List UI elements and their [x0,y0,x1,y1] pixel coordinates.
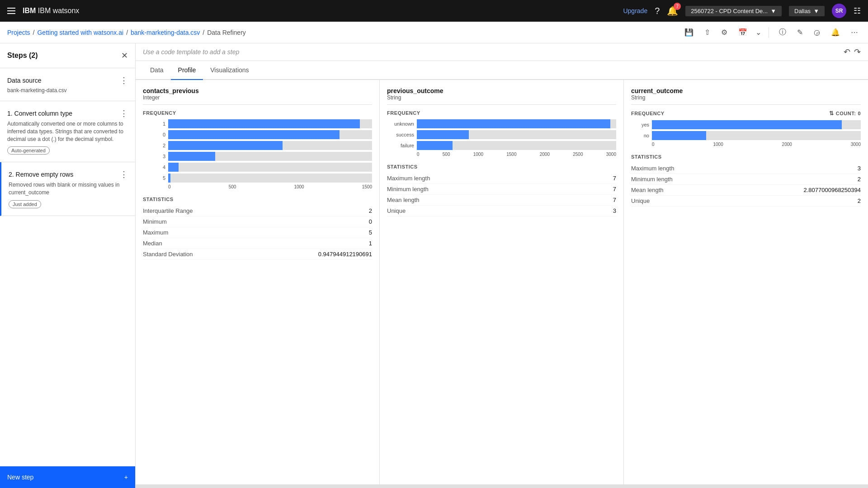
horizontal-scrollbar[interactable] [136,484,868,488]
region-selector[interactable]: Dallas ▼ [789,6,825,16]
ds-header: Data source ⋮ [7,75,128,85]
col-0-statistics: STATISTICS Interquartile Range 2 Minimum… [143,197,372,260]
bar-label: 2 [143,143,165,148]
hamburger-menu[interactable] [7,8,15,14]
upgrade-link[interactable]: Upgrade [623,7,647,14]
code-template-bar: Use a code template to add a step ↶ ↷ [136,43,868,61]
step-1-menu-button[interactable]: ⋮ [120,108,128,118]
notifications-bc-icon[interactable]: 🔔 [828,25,843,39]
tab-profile[interactable]: Profile [171,61,203,80]
bar-wrap [168,174,372,183]
close-sidebar-button[interactable]: ✕ [121,51,128,61]
undo-button[interactable]: ↶ [844,47,850,57]
app-grid-icon[interactable]: ☷ [854,6,861,16]
step-1-name: 1. Convert column type [7,110,72,117]
profile-col-1: previous_outcome String FREQUENCY unknow… [380,80,624,484]
stat-row: Maximum 5 [143,227,372,238]
step-2-menu-button[interactable]: ⋮ [120,169,128,179]
schedule-icon[interactable]: 📅 [736,25,750,39]
step-item-2[interactable]: 2. Remove empty rows ⋮ Removed rows with… [0,162,135,216]
main-layout: Steps (2) ✕ Data source ⋮ bank-marketing… [0,43,868,488]
tab-visualizations[interactable]: Visualizations [203,61,256,80]
col-2-frequency: FREQUENCY ⇅ Count: 0 yes no [631,110,861,147]
step-item-1[interactable]: 1. Convert column type ⋮ Automatically c… [0,101,135,162]
bar-label: 5 [143,175,165,181]
new-step-button[interactable]: New step + [0,466,135,488]
bar-row: 1 [143,119,372,128]
bar-row: 3 [143,152,372,161]
breadcrumb-sep3: / [203,29,204,36]
edit-icon[interactable]: ✎ [794,25,806,39]
step-2-name: 2. Remove empty rows [9,171,73,178]
environment-label: 2560722 - CPD Content De... [691,8,768,14]
profile-col-2: current_outcome String FREQUENCY ⇅ Count… [624,80,868,484]
data-source-menu-button[interactable]: ⋮ [120,75,128,85]
col-1-header: previous_outcome String [387,87,616,105]
bar-row: 0 [143,130,372,139]
bar-label: 0 [143,132,165,137]
bar-row: no [631,131,861,140]
brand-name: IBM IBM watsonx [23,7,79,15]
bar-row: failure [387,141,616,150]
breadcrumb-csv[interactable]: bank-marketing-data.csv [131,29,200,36]
data-source-file: bank-marketing-data.csv [7,87,128,94]
col-1-bar-chart: unknown success failure [387,119,616,150]
environment-selector[interactable]: 2560722 - CPD Content De... ▼ [685,6,782,16]
stat-row: Minimum length 7 [387,184,616,195]
bar-wrap [168,163,372,172]
breadcrumb-left: Projects / Getting started with watsonx.… [7,29,246,36]
top-nav-right: Upgrade ? 🔔 7 2560722 - CPD Content De..… [623,4,861,18]
settings-icon[interactable]: ⚙ [718,25,730,39]
bar-row: unknown [387,119,616,128]
save-icon[interactable]: 💾 [682,25,696,39]
stat-row: Unique 3 [387,206,616,216]
redo-button[interactable]: ↷ [854,47,861,57]
col-1-frequency: FREQUENCY unknown success failure [387,110,616,157]
col-2-header: current_outcome String [631,87,861,105]
col-1-stats-title: STATISTICS [387,164,616,169]
top-nav: IBM IBM watsonx Upgrade ? 🔔 7 2560722 - … [0,0,868,22]
profile-grid: contacts_previous Integer FREQUENCY 1 0 [136,80,868,484]
stat-row: Minimum 0 [143,216,372,227]
more-actions-icon[interactable]: ⌄ [755,28,761,37]
breadcrumb-getting-started[interactable]: Getting started with watsonx.ai [37,29,123,36]
tab-data[interactable]: Data [143,61,171,80]
new-step-label: New step [7,474,33,481]
info-icon[interactable]: ⓘ [776,25,789,40]
stat-row: Standard Deviation 0.947944912190691 [143,249,372,260]
help-icon[interactable]: ? [655,6,660,16]
history-icon[interactable]: ◶ [811,25,823,39]
col-2-type: String [631,94,861,101]
sidebar-header: Steps (2) ✕ [0,43,135,68]
upload-icon[interactable]: ⇧ [702,25,713,39]
sidebar-spacer [0,216,135,466]
col-1-name: previous_outcome [387,87,616,94]
step-1-desc: Automatically converted one or more colu… [7,120,128,143]
sidebar-title: Steps (2) [7,52,38,60]
stat-row: Mean length 2.8077000968250394 [631,185,861,196]
breadcrumb-projects[interactable]: Projects [7,29,30,36]
data-source-label: Data source [7,77,41,84]
bar-wrap [168,130,372,139]
breadcrumb-sep2: / [126,29,128,36]
bar-row: 2 [143,141,372,150]
col-2-name: current_outcome [631,87,861,94]
plus-icon: + [124,474,128,481]
col-0-stats-title: STATISTICS [143,197,372,202]
bar-row: 4 [143,163,372,172]
step-1-tag: Auto-generated [7,146,50,155]
sidebar: Steps (2) ✕ Data source ⋮ bank-marketing… [0,43,136,488]
col-2-x-axis: 0 1000 2000 3000 [631,142,861,147]
breadcrumb: Projects / Getting started with watsonx.… [0,22,868,43]
col-1-x-axis: 0 500 1000 1500 2000 2500 3000 [387,152,616,157]
col-2-bar-chart: yes no [631,120,861,140]
stat-row: Maximum length 7 [387,173,616,184]
step-2-tag: Just added [9,200,41,208]
more-bc-icon[interactable]: ⋯ [848,25,861,39]
col-0-bar-chart: 1 0 2 3 [143,119,372,183]
col-0-frequency: FREQUENCY 1 0 2 [143,110,372,189]
avatar[interactable]: SR [832,4,846,18]
stat-row: Median 1 [143,238,372,249]
notifications-icon[interactable]: 🔔 7 [667,5,678,16]
code-template-input[interactable]: Use a code template to add a step [143,48,239,56]
